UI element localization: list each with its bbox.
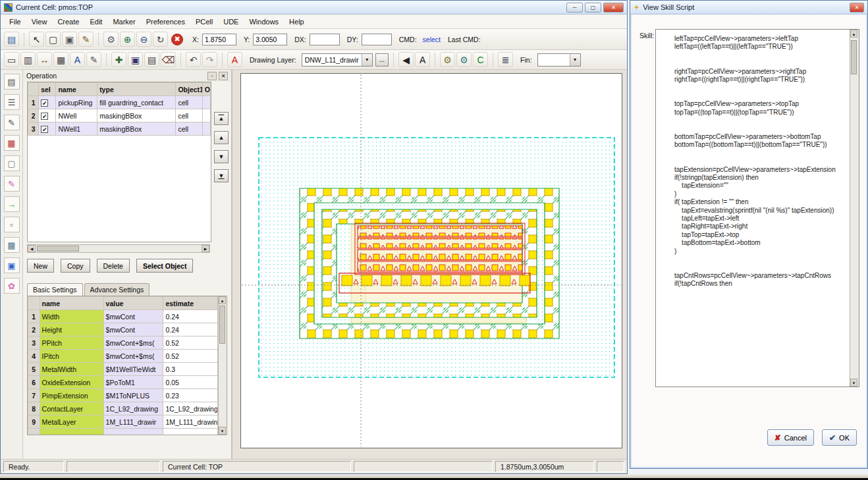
- param-value[interactable]: 1C_L92_drawing: [103, 402, 163, 415]
- menu-pcell[interactable]: PCell: [190, 16, 218, 28]
- param-value[interactable]: $M1WellTieWidt: [103, 363, 163, 376]
- scroll-right-icon[interactable]: ▶: [202, 245, 209, 252]
- param-value[interactable]: [103, 429, 163, 436]
- close-button[interactable]: ✕: [603, 3, 624, 13]
- param-value[interactable]: 1M_L111_drawir: [103, 415, 163, 429]
- copy-button[interactable]: Copy: [61, 259, 90, 273]
- ok-button[interactable]: ✔ OK: [822, 429, 857, 446]
- param-value[interactable]: $mwCont+$ms(: [103, 350, 163, 363]
- box-icon[interactable]: ▢: [4, 155, 20, 171]
- display-icon[interactable]: ▣: [4, 257, 20, 273]
- menu-file[interactable]: File: [4, 16, 26, 28]
- parameter-row[interactable]: 4IPitch$mwCont+$ms(0.52: [28, 350, 218, 363]
- code-scroll-down-icon[interactable]: ▼: [850, 379, 857, 387]
- main-titlebar[interactable]: Current Cell: pmos:TOP ─ ▢ ✕: [1, 1, 627, 14]
- row-checkbox[interactable]: ✔: [41, 99, 48, 107]
- row-checkbox[interactable]: ✔: [41, 113, 48, 120]
- zoom-out-icon[interactable]: ⊖: [136, 32, 151, 47]
- dot-icon[interactable]: ▫: [4, 217, 20, 232]
- cursor-icon[interactable]: ↖: [29, 32, 44, 47]
- marker-icon[interactable]: A: [227, 52, 242, 67]
- vscroll-thumb[interactable]: [219, 306, 225, 344]
- ruler-icon[interactable]: ↔: [37, 52, 52, 67]
- parameter-row[interactable]: 1Width$mwCont0.24: [28, 310, 218, 323]
- list-icon[interactable]: ☰: [4, 94, 20, 110]
- parameter-row[interactable]: [28, 429, 218, 436]
- instance-icon[interactable]: ⚙: [103, 32, 119, 47]
- drawing-layer-combo[interactable]: DNW_L11_drawir ▾: [302, 53, 373, 67]
- save-layout-icon[interactable]: ▥: [20, 52, 36, 67]
- draw-icon[interactable]: ✎: [4, 176, 20, 192]
- scroll-up-icon[interactable]: ▲: [219, 296, 226, 304]
- parameter-row[interactable]: 5MetalWidth$M1WellTieWidt0.3: [28, 363, 218, 376]
- edit-cell-icon[interactable]: ✎: [4, 115, 20, 130]
- fin-combo[interactable]: ▾: [537, 53, 581, 67]
- check-icon[interactable]: C: [473, 52, 488, 67]
- copy-icon[interactable]: ▦: [53, 52, 68, 67]
- stretch-icon[interactable]: ▣: [62, 32, 77, 47]
- report-icon[interactable]: ≣: [498, 52, 513, 67]
- param-value[interactable]: $mwCont: [103, 323, 163, 336]
- menu-marker[interactable]: Marker: [107, 16, 140, 28]
- parameter-row[interactable]: 7PimpExtension$M1ToNPLUS0.23: [28, 389, 218, 402]
- layers-icon[interactable]: ▦: [4, 135, 20, 151]
- layer-browse-button[interactable]: ...: [375, 53, 389, 67]
- x-input[interactable]: [202, 34, 236, 45]
- parameter-row[interactable]: 9MetalLayer1M_L111_drawir1M_L111_drawin: [28, 415, 218, 429]
- select-object-button[interactable]: Select Object: [136, 259, 194, 273]
- scroll-left-icon[interactable]: ◀: [28, 245, 36, 252]
- minimize-button[interactable]: ─: [566, 3, 583, 13]
- move-top-button[interactable]: ▲: [214, 112, 229, 125]
- undo-icon[interactable]: ↶: [186, 52, 201, 67]
- tools-icon[interactable]: ⚙: [456, 52, 472, 67]
- param-value[interactable]: $mwCont+$ms(: [103, 336, 163, 350]
- dx-input[interactable]: [310, 34, 340, 45]
- save-icon[interactable]: ▤: [4, 32, 19, 47]
- zoom-in-icon[interactable]: ⊕: [120, 32, 135, 47]
- menu-edit[interactable]: Edit: [84, 16, 107, 28]
- hscroll-thumb[interactable]: [37, 246, 79, 252]
- move-icon[interactable]: ✚: [111, 52, 126, 67]
- palette-icon[interactable]: ✿: [4, 278, 20, 294]
- move-bottom-button[interactable]: ▼: [214, 169, 229, 182]
- abort-icon[interactable]: ✖: [171, 34, 183, 45]
- cancel-button[interactable]: ✘ Cancel: [767, 429, 814, 446]
- parameter-row[interactable]: 6OxideExtension$PoToM10.05: [28, 376, 218, 389]
- text-style-icon[interactable]: A: [415, 52, 430, 67]
- maximize-button[interactable]: ▢: [585, 3, 601, 13]
- menu-help[interactable]: Help: [284, 16, 310, 28]
- parameter-row[interactable]: 8ContactLayer1C_L92_drawing1C_L92_drawin…: [28, 402, 218, 415]
- drawing-layer-dropdown-icon[interactable]: ▾: [362, 54, 372, 66]
- code-vscrollbar[interactable]: ▲ ▼: [850, 30, 859, 387]
- run-icon[interactable]: →: [4, 196, 20, 212]
- tab-basic-settings[interactable]: Basic Settings: [27, 283, 83, 296]
- new-button[interactable]: New: [27, 259, 54, 273]
- redraw-icon[interactable]: ↻: [153, 32, 168, 47]
- edit-icon[interactable]: ✎: [78, 32, 94, 47]
- menu-create[interactable]: Create: [52, 16, 84, 28]
- select-region-icon[interactable]: ▢: [45, 32, 61, 47]
- fit-view-icon[interactable]: ▣: [128, 52, 143, 67]
- dialog-close-button[interactable]: ✕: [850, 3, 864, 13]
- library-icon[interactable]: ▤: [4, 74, 20, 90]
- operation-row[interactable]: 3✔NWell1maskingBBoxcell: [28, 122, 211, 136]
- close-panel-button[interactable]: ✕: [219, 72, 228, 80]
- param-value[interactable]: $mwCont: [103, 310, 163, 323]
- y-input[interactable]: [253, 34, 287, 45]
- scroll-down-icon[interactable]: ▼: [219, 427, 226, 435]
- dy-input[interactable]: [362, 34, 392, 45]
- parameter-row[interactable]: 3PPitch$mwCont+$ms(0.52: [28, 336, 218, 350]
- parameter-row[interactable]: 2Height$mwCont0.24: [28, 323, 218, 336]
- redo-icon[interactable]: ↷: [202, 52, 217, 67]
- prev-view-icon[interactable]: ◀: [398, 52, 414, 67]
- options-icon[interactable]: ⚙: [440, 52, 455, 67]
- param-value[interactable]: $PoToM1: [103, 376, 163, 389]
- open-layout-icon[interactable]: ▭: [4, 52, 19, 67]
- erase-icon[interactable]: ⌫: [161, 52, 176, 67]
- operation-row[interactable]: 2✔NWellmaskingBBoxcell: [28, 109, 211, 122]
- delete-button[interactable]: Delete: [97, 259, 130, 273]
- code-vscroll-thumb[interactable]: [851, 40, 857, 74]
- menu-windows[interactable]: Windows: [244, 16, 284, 28]
- menu-ude[interactable]: UDE: [218, 16, 244, 28]
- code-scroll-up-icon[interactable]: ▲: [850, 30, 857, 38]
